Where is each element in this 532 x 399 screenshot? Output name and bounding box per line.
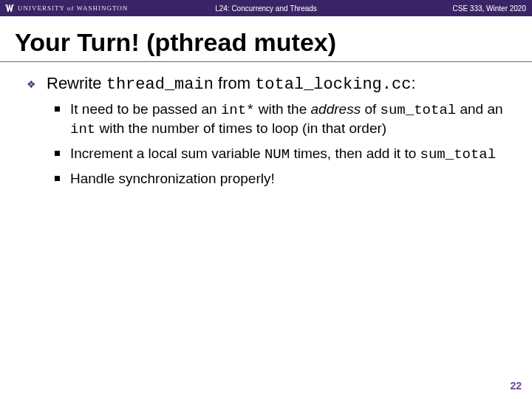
- code-frag: NUM: [265, 146, 290, 163]
- square-bullet-icon: [55, 151, 60, 156]
- bullet-level1: ❖ Rewrite thread_main from total_locking…: [27, 74, 505, 95]
- bullet-level2: Handle synchronization properly!: [55, 170, 505, 188]
- text-frag: Handle synchronization properly!: [70, 171, 275, 186]
- bullet1-text: Rewrite thread_main from total_locking.c…: [47, 74, 416, 95]
- code-frag: total_locking.cc: [255, 75, 411, 94]
- header-bar: UNIVERSITY of WASHINGTON L24: Concurrenc…: [0, 0, 532, 16]
- slide: UNIVERSITY of WASHINGTON L24: Concurrenc…: [0, 0, 532, 399]
- page-number: 22: [510, 380, 522, 392]
- slide-body: ❖ Rewrite thread_main from total_locking…: [0, 62, 532, 187]
- code-frag: int*: [221, 102, 255, 118]
- code-frag: sum_total: [420, 146, 497, 163]
- text-frag: Rewrite: [47, 74, 106, 92]
- uw-logo-icon: [4, 3, 15, 13]
- text-frag: :: [411, 74, 415, 92]
- text-frag: with the: [255, 101, 311, 117]
- bullet-level2: Increment a local sum variable NUM times…: [55, 145, 505, 164]
- sub2-text: Increment a local sum variable NUM times…: [70, 145, 496, 164]
- text-frag: with the number of times to loop (in tha…: [95, 120, 386, 136]
- sub1-text: It need to be passed an int* with the ad…: [70, 100, 505, 139]
- text-frag: Increment a local sum variable: [70, 146, 265, 161]
- code-frag: int: [70, 121, 95, 137]
- text-frag: of: [361, 101, 380, 117]
- university-name: UNIVERSITY of WASHINGTON: [18, 4, 128, 12]
- text-frag: and an: [456, 101, 502, 117]
- sub3-text: Handle synchronization properly!: [70, 170, 275, 188]
- bullet-level2: It need to be passed an int* with the ad…: [55, 100, 505, 139]
- text-frag: times, then add it to: [290, 146, 420, 161]
- course-code: CSE 333, Winter 2020: [453, 4, 527, 13]
- slide-title: Your Turn! (pthread mutex): [15, 28, 532, 57]
- square-bullet-icon: [55, 176, 60, 181]
- square-bullet-icon: [55, 106, 60, 112]
- code-frag: thread_main: [106, 75, 214, 94]
- italic-frag: address: [311, 101, 361, 117]
- lecture-title: L24: Concurrency and Threads: [215, 4, 317, 13]
- text-frag: It need to be passed an: [70, 101, 221, 117]
- diamond-bullet-icon: ❖: [27, 78, 36, 90]
- code-frag: sum_total: [381, 102, 457, 118]
- text-frag: from: [214, 74, 255, 92]
